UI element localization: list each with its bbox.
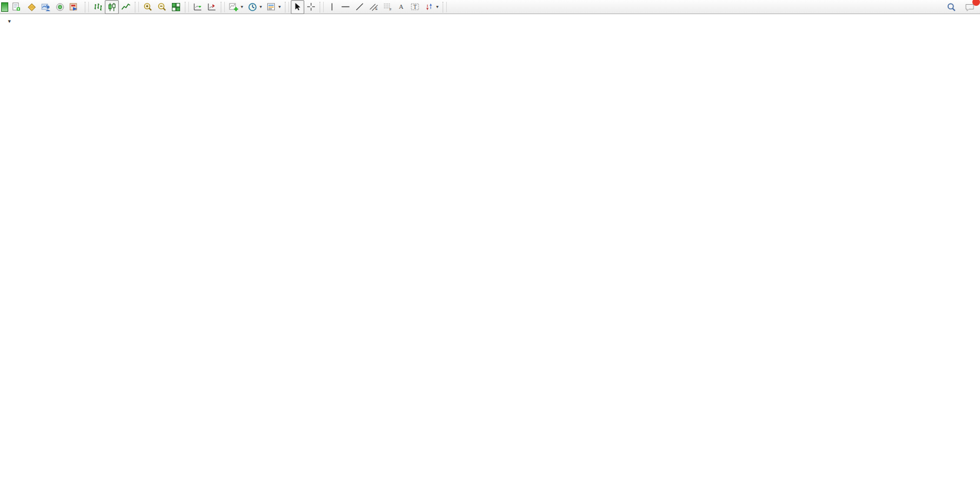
separator	[320, 2, 324, 12]
separator	[443, 2, 447, 12]
zoom-out-icon	[157, 2, 167, 12]
signals-button[interactable]	[53, 0, 67, 14]
separator	[285, 2, 289, 12]
text-label-icon: T	[410, 2, 420, 11]
bar-chart-button[interactable]	[91, 0, 105, 14]
bar-chart-icon	[93, 2, 102, 12]
market-watch-person-icon	[41, 2, 51, 12]
chart-type-group	[91, 1, 133, 14]
trendline-button[interactable]	[353, 0, 367, 14]
crosshair-icon	[307, 2, 315, 11]
chevron-down-icon: ▾	[436, 4, 438, 9]
market-watch-button[interactable]	[39, 0, 53, 14]
chart-shift-button[interactable]	[205, 0, 219, 14]
chart-title-row: ▼	[7, 19, 18, 24]
toolbar-right	[944, 0, 978, 14]
chevron-down-icon: ▾	[260, 4, 262, 9]
auto-scroll-icon	[193, 2, 202, 12]
signals-orb-icon	[55, 2, 65, 12]
separator	[185, 2, 189, 12]
indicators-button[interactable]: ▾	[227, 0, 245, 14]
chevron-down-icon: ▾	[241, 4, 243, 9]
text-label-button[interactable]: T	[408, 0, 422, 14]
templates-button[interactable]: ▾	[264, 0, 283, 14]
line-chart-icon	[121, 2, 131, 12]
autotrading-button[interactable]	[67, 0, 83, 14]
vertical-line-button[interactable]	[325, 0, 338, 14]
horizontal-line-button[interactable]	[338, 0, 353, 14]
search-button[interactable]	[944, 0, 959, 14]
mt4-window: ▾ ▾ ▾	[0, 0, 980, 494]
separator	[135, 2, 139, 12]
zoom-in-icon	[143, 2, 152, 12]
chart-canvas[interactable]	[0, 14, 980, 494]
text-icon: A	[397, 2, 406, 11]
window-icon	[1, 2, 8, 12]
svg-text:A: A	[399, 4, 404, 10]
crosshair-button[interactable]	[304, 0, 318, 14]
main-toolbar: ▾ ▾ ▾	[0, 0, 980, 14]
vertical-line-icon	[328, 2, 336, 11]
channel-button[interactable]: E	[367, 0, 381, 14]
periods-button[interactable]: ▾	[245, 0, 264, 14]
cursor-icon	[293, 2, 302, 11]
tile-windows-icon	[171, 2, 181, 12]
zoom-in-button[interactable]	[141, 0, 155, 14]
new-order-button[interactable]	[9, 0, 25, 14]
fibonacci-icon: F	[383, 2, 393, 11]
chart-window-button[interactable]	[25, 0, 39, 14]
trendline-icon	[355, 2, 364, 11]
line-chart-button[interactable]	[119, 0, 133, 14]
notifications-button[interactable]	[962, 0, 978, 14]
channel-icon: E	[369, 2, 378, 11]
shapes-arrows-button[interactable]: ▾	[422, 0, 441, 14]
autotrading-icon	[69, 2, 79, 12]
notification-badge	[972, 0, 980, 6]
auto-scroll-button[interactable]	[191, 0, 205, 14]
candlestick-chart-button[interactable]	[105, 0, 119, 14]
new-order-icon	[12, 2, 21, 11]
shapes-arrows-icon	[424, 2, 434, 11]
separator	[221, 2, 225, 12]
scroll-group	[191, 1, 219, 14]
separator	[85, 2, 89, 12]
svg-text:E: E	[376, 7, 378, 11]
templates-icon	[267, 2, 276, 12]
text-button[interactable]: A	[395, 0, 408, 14]
candlestick-chart-icon	[107, 2, 117, 12]
pointer-group	[291, 1, 318, 14]
indicators-add-icon	[229, 2, 238, 12]
zoom-group	[141, 1, 183, 14]
search-icon	[946, 2, 956, 12]
chart-shift-icon	[207, 2, 217, 12]
zoom-out-button[interactable]	[155, 0, 169, 14]
trade-group	[9, 1, 83, 14]
fibonacci-button[interactable]: F	[381, 0, 395, 14]
insert-group: ▾ ▾ ▾	[227, 1, 283, 14]
chart-area[interactable]: ▼	[0, 14, 980, 494]
objects-group: E F A T ▾	[325, 1, 441, 14]
tile-windows-button[interactable]	[169, 0, 183, 14]
gold-diamond-icon	[27, 2, 36, 12]
horizontal-line-icon	[341, 2, 350, 11]
periods-clock-icon	[248, 2, 257, 12]
svg-text:F: F	[390, 8, 392, 11]
one-click-dropdown-icon[interactable]: ▼	[7, 19, 12, 24]
chevron-down-icon: ▾	[278, 4, 281, 9]
cursor-button[interactable]	[291, 0, 304, 14]
svg-text:T: T	[413, 4, 417, 10]
